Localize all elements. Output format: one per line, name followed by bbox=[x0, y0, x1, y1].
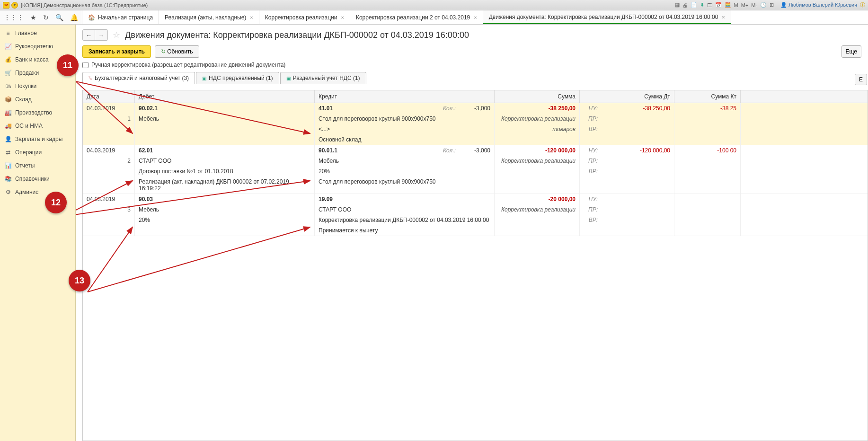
sidebar-icon: 📚 bbox=[5, 176, 11, 182]
app-tab[interactable]: Реализация (акты, накладные)× bbox=[159, 10, 259, 24]
sidebar-icon: 👤 bbox=[5, 136, 11, 142]
sidebar-label: ОС и НМА bbox=[15, 123, 43, 129]
col-sumkt[interactable]: Сумма Кт bbox=[674, 90, 741, 103]
mplus-label[interactable]: M+ bbox=[741, 2, 749, 8]
sidebar-icon: ≡ bbox=[5, 30, 11, 36]
page-title: Движения документа: Корректировка реализ… bbox=[125, 30, 469, 40]
tab-close-icon[interactable]: × bbox=[341, 15, 344, 20]
tab-register-icon: ᵀₖ bbox=[89, 76, 92, 81]
search-icon[interactable]: 🔍 bbox=[55, 14, 63, 21]
compare-icon[interactable]: 🗔 bbox=[707, 2, 712, 8]
sidebar-item[interactable]: 📈Руководителю bbox=[0, 40, 75, 53]
sidebar-label: Банк и касса bbox=[15, 56, 49, 63]
inner-tab[interactable]: ▣НДС предъявленный (1) bbox=[196, 72, 279, 84]
sidebar-item[interactable]: ≡Главное bbox=[0, 26, 75, 40]
col-date[interactable]: Дата bbox=[83, 90, 135, 103]
sidebar-icon: ⚙ bbox=[5, 189, 11, 195]
refresh-button[interactable]: Обновить bbox=[155, 45, 199, 58]
sidebar-icon: 📦 bbox=[5, 96, 11, 103]
doc-icon[interactable]: 📄 bbox=[691, 2, 697, 8]
app-menu-icon[interactable]: ▾ bbox=[11, 2, 18, 9]
sidebar-item[interactable]: ⚙Админис bbox=[0, 185, 75, 199]
sidebar-label: Справочники bbox=[15, 176, 50, 182]
mminus-label[interactable]: M- bbox=[751, 2, 757, 8]
info-icon[interactable]: ⓘ bbox=[860, 1, 865, 9]
user-label[interactable]: 👤 Любимов Валерий Юрьевич bbox=[780, 2, 857, 8]
windows-icon[interactable]: ⊞ bbox=[770, 2, 774, 8]
bell-icon[interactable]: 🔔 bbox=[70, 14, 78, 21]
col-sumdt[interactable]: Сумма Дт bbox=[580, 90, 674, 103]
app-tabs-bar: ⋮⋮⋮ ★ ↻ 🔍 🔔 Начальная страница Реализаци… bbox=[0, 10, 868, 25]
tab-close-icon[interactable]: × bbox=[722, 14, 725, 20]
calc-icon[interactable]: 🧮 bbox=[725, 2, 731, 8]
tab-register-icon: ▣ bbox=[202, 76, 206, 81]
apps-grid-icon[interactable]: ⋮⋮⋮ bbox=[4, 14, 24, 21]
more-button[interactable]: Еще bbox=[841, 45, 861, 58]
table-header: Дата Дебет Кредит Сумма Сумма Дт Сумма К… bbox=[83, 90, 868, 103]
accounting-entry[interactable]: 04.03.201990.0319.09-20 000,00НУ:3Мебель… bbox=[83, 194, 868, 236]
m-label[interactable]: M bbox=[734, 2, 738, 8]
sidebar-label: Склад bbox=[15, 96, 32, 103]
sidebar-label: Отчеты bbox=[15, 162, 35, 169]
favorite-star-icon[interactable]: ☆ bbox=[113, 30, 120, 40]
sidebar-label: Зарплата и кадры bbox=[15, 136, 62, 142]
sidebar-item[interactable]: 📦Склад bbox=[0, 93, 75, 106]
movements-table: Дата Дебет Кредит Сумма Сумма Дт Сумма К… bbox=[82, 90, 868, 441]
manual-edit-checkbox[interactable] bbox=[82, 62, 89, 68]
sidebar-item[interactable]: 🛒Продажи bbox=[0, 66, 75, 79]
star-icon[interactable]: ★ bbox=[30, 14, 36, 21]
quickbar: ⋮⋮⋮ ★ ↻ 🔍 🔔 bbox=[0, 10, 82, 24]
sidebar-item[interactable]: 🏭Производство bbox=[0, 106, 75, 119]
save-close-button[interactable]: Записать и закрыть bbox=[82, 45, 151, 58]
tab-home[interactable]: Начальная страница bbox=[82, 10, 159, 24]
sidebar-label: Главное bbox=[15, 30, 37, 36]
sidebar-item[interactable]: 🚚ОС и НМА bbox=[0, 119, 75, 132]
sidebar-label: Производство bbox=[15, 109, 52, 116]
nav-back-forward: ← → bbox=[82, 29, 108, 41]
app-tab[interactable]: Движения документа: Корректировка реализ… bbox=[483, 10, 731, 24]
app-tab[interactable]: Корректировка реализации 2 от 04.03.2019… bbox=[350, 10, 483, 24]
calendar-icon[interactable]: 📅 bbox=[715, 2, 722, 8]
print-icon[interactable]: 🖨 bbox=[682, 2, 688, 8]
sidebar-icon: 🚚 bbox=[5, 123, 11, 129]
tab-close-icon[interactable]: × bbox=[250, 15, 253, 20]
sidebar-item[interactable]: 🛍Покупки bbox=[0, 79, 75, 93]
titlebar: 1c ▾ [КОПИЯ] Демонстрационная база (1С:П… bbox=[0, 0, 868, 10]
sidebar-item[interactable]: 📚Справочники bbox=[0, 172, 75, 185]
inner-tab[interactable]: ᵀₖБухгалтерский и налоговый учет (3) bbox=[82, 72, 195, 84]
sidebar-item[interactable]: 👤Зарплата и кадры bbox=[0, 132, 75, 146]
sidebar-label: Операции bbox=[15, 149, 42, 156]
tab-register-icon: ▣ bbox=[286, 76, 291, 81]
accounting-entry[interactable]: 04.03.201962.0190.01.1Кол.:-3,000-120 00… bbox=[83, 145, 868, 194]
accounting-entry[interactable]: 04.03.201990.02.141.01Кол.:-3,000-38 250… bbox=[83, 103, 868, 145]
table-more-button[interactable]: Е bbox=[855, 74, 867, 85]
inner-tabs: ᵀₖБухгалтерский и налоговый учет (3)▣НДС… bbox=[76, 72, 868, 84]
clock-icon[interactable]: 🕓 bbox=[760, 2, 767, 8]
history-icon[interactable]: ↻ bbox=[43, 14, 49, 21]
grid-icon[interactable]: ▦ bbox=[675, 2, 680, 8]
sidebar-icon: 🏭 bbox=[5, 109, 11, 116]
sidebar-icon: 💰 bbox=[5, 56, 11, 63]
col-sum[interactable]: Сумма bbox=[495, 90, 580, 103]
col-debit[interactable]: Дебет bbox=[135, 90, 315, 103]
inner-tab[interactable]: ▣Раздельный учет НДС (1) bbox=[280, 72, 366, 84]
sidebar-icon: 🛍 bbox=[5, 83, 11, 89]
sidebar-item[interactable]: ⇄Операции bbox=[0, 146, 75, 159]
download-icon[interactable]: ⬇ bbox=[700, 2, 704, 8]
sidebar-icon: 🛒 bbox=[5, 70, 11, 76]
app-logo-icon: 1c bbox=[3, 2, 9, 9]
sidebar-item[interactable]: 💰Банк и касса bbox=[0, 53, 75, 66]
tab-close-icon[interactable]: × bbox=[474, 15, 477, 20]
window-title: [КОПИЯ] Демонстрационная база (1С:Предпр… bbox=[21, 2, 148, 8]
sidebar-label: Продажи bbox=[15, 70, 39, 76]
sidebar-icon: 📈 bbox=[5, 43, 11, 50]
nav-forward-button[interactable]: → bbox=[95, 30, 107, 40]
sidebar-label: Админис bbox=[15, 189, 38, 195]
sidebar-label: Руководителю bbox=[15, 43, 53, 50]
app-tab[interactable]: Корректировка реализации× bbox=[259, 10, 350, 24]
col-credit[interactable]: Кредит bbox=[315, 90, 495, 103]
sidebar-label: Покупки bbox=[15, 83, 36, 89]
sidebar-item[interactable]: 📊Отчеты bbox=[0, 159, 75, 172]
manual-edit-label: Ручная корректировка (разрешает редактир… bbox=[91, 62, 285, 68]
nav-back-button[interactable]: ← bbox=[83, 30, 95, 40]
